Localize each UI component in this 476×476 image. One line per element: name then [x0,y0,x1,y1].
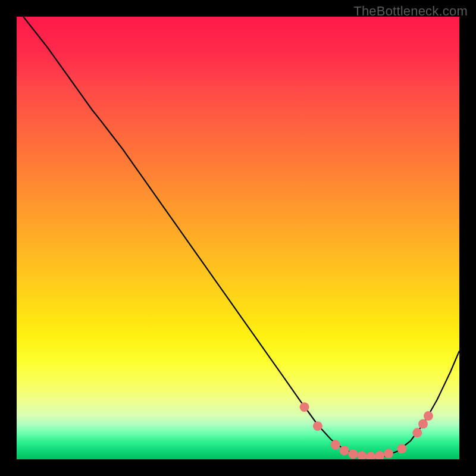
curve-marker [300,402,309,412]
curve-marker [366,452,375,459]
curve-marker [357,451,367,459]
chart-plot-area [17,17,459,459]
curve-marker [340,446,349,455]
curve-marker [348,449,358,459]
curve-marker [424,411,433,421]
curve-marker [313,421,322,431]
curve-marker [384,449,393,458]
curve-marker [412,428,422,437]
curve-marker [418,419,428,428]
watermark-text: TheBottleneck.com [353,4,468,19]
curve-marker [375,451,384,459]
bottleneck-curve [23,17,459,457]
curve-marker [397,444,406,453]
curve-markers-group [300,402,433,459]
curve-marker [331,440,340,449]
chart-svg [17,17,459,459]
